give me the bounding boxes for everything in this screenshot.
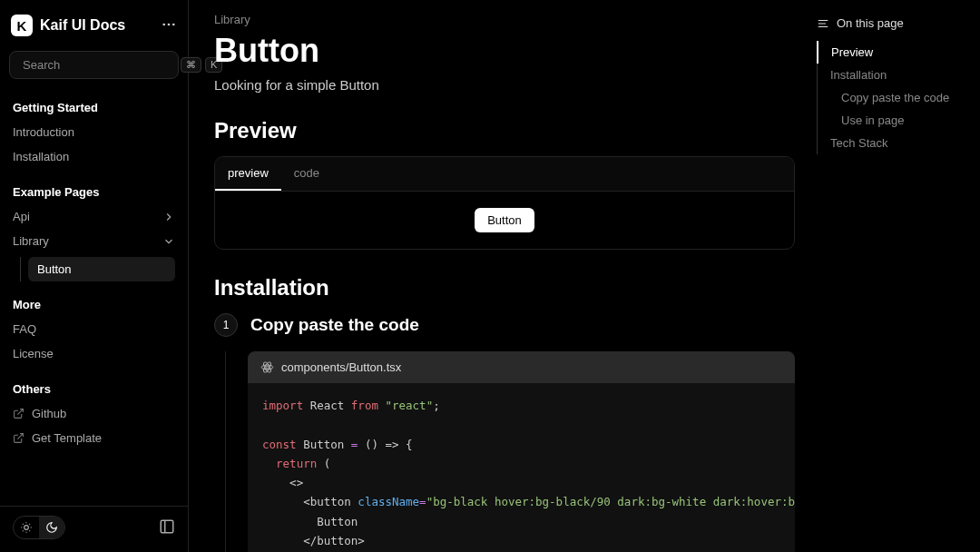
- more-icon[interactable]: [161, 16, 177, 35]
- svg-point-0: [162, 23, 165, 25]
- demo-button[interactable]: Button: [475, 208, 534, 232]
- nav-button[interactable]: Button: [28, 257, 175, 281]
- toc-copy-paste[interactable]: Copy paste the code: [817, 86, 980, 109]
- theme-light-button[interactable]: [14, 517, 39, 538]
- tab-code[interactable]: code: [281, 157, 332, 191]
- sidebar-footer: [0, 506, 188, 541]
- toc-tech-stack[interactable]: Tech Stack: [817, 132, 980, 154]
- content: Library Button Looking for a simple Butt…: [214, 13, 795, 539]
- preview-body: Button: [215, 192, 794, 249]
- svg-point-2: [172, 23, 175, 25]
- page-title: Button: [214, 32, 795, 70]
- nav-heading: Others: [13, 377, 175, 401]
- nav-api[interactable]: Api: [13, 204, 175, 229]
- panel-icon: [159, 518, 175, 535]
- nav-github[interactable]: Github: [13, 401, 175, 426]
- main: Library Button Looking for a simple Butt…: [189, 0, 980, 552]
- chevron-right-icon: [162, 211, 175, 223]
- panel-toggle-button[interactable]: [159, 518, 175, 537]
- toc-use-in-page[interactable]: Use in page: [817, 109, 980, 132]
- nav-others: Others Github Get Template: [0, 370, 188, 454]
- toc: On this page Preview Installation Copy p…: [817, 13, 980, 539]
- nav-heading: Example Pages: [13, 180, 175, 204]
- nav-example-pages: Example Pages Api Library Button: [0, 172, 188, 285]
- nav-faq[interactable]: FAQ: [13, 317, 175, 341]
- code-block: components/Button.tsx import React from …: [248, 351, 795, 552]
- sidebar: K Kaif UI Docs ⌘ K Getting Started Intro…: [0, 0, 189, 552]
- nav-get-template[interactable]: Get Template: [13, 426, 175, 450]
- nav-getting-started: Getting Started Introduction Installatio…: [0, 88, 188, 172]
- search-input[interactable]: ⌘ K: [9, 51, 179, 79]
- installation-heading: Installation: [214, 275, 795, 301]
- theme-toggle: [13, 516, 65, 539]
- preview-card: preview code Button: [214, 156, 795, 250]
- nav-introduction[interactable]: Introduction: [13, 120, 175, 144]
- toc-list: Preview Installation Copy paste the code…: [817, 41, 980, 154]
- toc-installation[interactable]: Installation: [817, 64, 980, 86]
- code-filename: components/Button.tsx: [281, 360, 401, 374]
- chevron-down-icon: [162, 235, 175, 248]
- logo[interactable]: K Kaif UI Docs: [11, 15, 125, 36]
- code-header: components/Button.tsx: [248, 351, 795, 383]
- code-body: import React from "react"; const Button …: [248, 383, 795, 552]
- sidebar-header: K Kaif UI Docs: [0, 11, 188, 47]
- preview-heading: Preview: [214, 118, 795, 143]
- search-field[interactable]: [23, 58, 175, 72]
- nav-license[interactable]: License: [13, 341, 175, 366]
- svg-point-1: [168, 23, 171, 25]
- react-icon: [260, 360, 274, 374]
- nav-heading: Getting Started: [13, 95, 175, 120]
- svg-point-4: [24, 526, 29, 530]
- nav-library[interactable]: Library: [13, 229, 175, 253]
- step-1-header: 1 Copy paste the code: [214, 313, 795, 337]
- nav-more: More FAQ License: [0, 285, 188, 370]
- logo-icon: K: [11, 15, 33, 36]
- list-icon: [817, 17, 829, 30]
- theme-dark-button[interactable]: [39, 517, 64, 538]
- svg-point-7: [261, 365, 273, 370]
- logo-text: Kaif UI Docs: [40, 17, 125, 34]
- external-link-icon: [13, 408, 24, 419]
- step-1-content: components/Button.tsx import React from …: [225, 351, 795, 552]
- svg-point-6: [266, 366, 269, 369]
- tab-preview[interactable]: preview: [215, 157, 281, 191]
- preview-tabs: preview code: [215, 157, 794, 192]
- external-link-icon: [13, 432, 24, 444]
- toc-preview[interactable]: Preview: [817, 41, 980, 64]
- nav-library-children: Button: [20, 257, 175, 281]
- nav-heading: More: [13, 292, 175, 317]
- svg-rect-5: [161, 520, 173, 533]
- step-number: 1: [214, 313, 238, 337]
- page-subtitle: Looking for a simple Button: [214, 77, 795, 93]
- step-title: Copy paste the code: [250, 315, 419, 335]
- toc-header: On this page: [817, 16, 980, 30]
- sun-icon: [20, 521, 33, 534]
- nav-installation[interactable]: Installation: [13, 144, 175, 169]
- moon-icon: [45, 521, 58, 534]
- breadcrumb: Library: [214, 13, 795, 26]
